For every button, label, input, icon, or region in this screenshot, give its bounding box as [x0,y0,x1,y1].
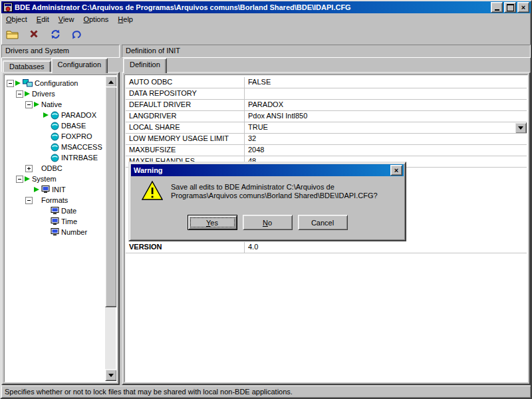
window-controls: × [491,2,529,13]
property-row-maxbufsize: MAXBUFSIZE 2048 [126,145,527,156]
cancel-button[interactable]: Cancel [298,215,348,230]
menu-options[interactable]: Options [78,14,113,25]
tab-configuration[interactable]: Configuration [51,58,108,73]
item-icon [51,217,59,225]
collapse-icon[interactable] [16,176,23,183]
collapse-icon[interactable] [25,197,33,204]
collapse-icon[interactable] [7,80,14,87]
arrow-down-icon [108,374,114,377]
dialog-close-button[interactable]: × [390,165,402,176]
tree-item-drivers[interactable]: Drivers [5,88,105,99]
property-row-local-share: LOCAL SHARE TRUE [126,122,527,134]
arrow-up-icon [108,80,114,84]
property-name: DEFAULT DRIVER [126,100,245,110]
menu-object[interactable]: Object [1,14,32,25]
close-icon: × [521,4,525,11]
tree-item-label: Configuration [35,78,78,88]
collapse-icon[interactable] [25,101,33,108]
tree-item-native[interactable]: Native [5,99,105,110]
combobox-value: TRUE [248,123,268,131]
tree-item-time[interactable]: Time [5,216,105,227]
title-bar[interactable]: BDE Administrator C:\Arquivos de Program… [1,1,531,13]
scrollbar-thumb[interactable] [105,86,117,307]
bde-administrator-window: BDE Administrator C:\Arquivos de Program… [0,0,532,399]
maximize-button[interactable] [504,2,516,13]
window-title: BDE Administrator C:\Arquivos de Program… [15,3,488,11]
tree-item-foxpro[interactable]: FOXPRO [5,131,105,142]
tree-item-label: PARADOX [61,110,96,120]
apply-button[interactable] [47,27,64,43]
delete-button[interactable] [25,27,43,43]
tree-item-dbase[interactable]: DBASE [5,120,105,131]
tree-item-intrbase[interactable]: INTRBASE [5,152,105,163]
scroll-down-button[interactable] [105,369,117,381]
driver-icon [51,111,59,120]
tree-item-system[interactable]: System [5,174,105,184]
collapse-icon[interactable] [16,90,23,98]
tree-item-label: Date [61,206,76,216]
revert-button[interactable] [68,27,85,43]
dialog-title-bar[interactable]: Warning × [131,164,404,176]
folder-open-icon [6,29,19,41]
property-value[interactable] [245,88,527,99]
tree-item-formats[interactable]: Formats [5,195,105,205]
property-value[interactable]: Pdox ANSI Intl850 [245,111,527,122]
property-value[interactable]: 2048 [245,145,527,156]
property-value-combobox[interactable]: TRUE [245,122,527,133]
tree-item-label: System [32,174,57,184]
selected-path-arrow-icon [25,91,30,96]
tree-scrollbar[interactable] [105,76,116,381]
property-value[interactable]: 32 [245,134,527,144]
open-button[interactable] [4,27,21,43]
yes-button[interactable]: Yes [188,215,237,230]
property-name: VERSION [126,242,245,253]
expand-icon[interactable] [25,165,33,172]
tab-definition[interactable]: Definition [123,58,167,73]
property-value[interactable]: PARADOX [245,100,527,110]
tree-item-label: MSACCESS [61,142,102,152]
configuration-icon [23,79,33,87]
tree-item-label: ODBC [41,164,63,174]
tree-item-paradox[interactable]: PARADOX [5,110,105,120]
property-row-langdriver: LANGDRIVER Pdox ANSI Intl850 [126,111,527,122]
property-name: DATA REPOSITORY [126,88,245,99]
tree-item-odbc[interactable]: ODBC [5,163,105,174]
right-pane-header: Definition of INIT [122,45,531,58]
close-button[interactable]: × [517,2,529,13]
property-row-data-repository: DATA REPOSITORY [126,88,527,100]
maximize-icon [507,4,514,11]
property-value[interactable]: FALSE [245,77,527,88]
dialog-message: Save all edits to BDE Administrator C:\A… [171,183,396,200]
tree-item-number[interactable]: Number [5,227,105,237]
app-icon [3,3,13,12]
close-icon: × [394,167,398,174]
menu-help[interactable]: Help [113,14,138,25]
tree-panel: Configuration Drivers Native [4,74,117,382]
warning-icon [142,180,163,201]
property-name: LOW MEMORY USAGE LIMIT [126,134,245,144]
tree-item-configuration[interactable]: Configuration [5,78,105,88]
property-row-low-memory-usage-limit: LOW MEMORY USAGE LIMIT 32 [126,134,527,145]
tab-databases[interactable]: Databases [3,61,51,72]
property-row-default-driver: DEFAULT DRIVER PARADOX [126,100,527,111]
item-icon [41,186,50,194]
tree-item-label: INIT [52,185,66,195]
minimize-icon [495,9,499,11]
menu-view[interactable]: View [54,14,79,25]
dropdown-button[interactable] [515,122,527,133]
tree-item-label: INTRBASE [61,153,98,163]
tree-item-msaccess[interactable]: MSACCESS [5,142,105,152]
driver-icon [51,154,59,162]
tree-item-label: Time [61,217,77,227]
tree-item-date[interactable]: Date [5,205,105,216]
item-icon [51,207,59,215]
minimize-button[interactable] [491,2,503,13]
property-name: MAXBUFSIZE [126,145,245,156]
tree-item-label: Drivers [32,89,55,99]
tree-item-label: FOXPRO [61,132,92,142]
no-button[interactable]: No [243,215,293,230]
property-value[interactable]: 4.0 [245,242,527,253]
tree-item-init[interactable]: INIT [5,184,105,195]
left-tab-strip: Databases Configuration [1,59,120,72]
menu-edit[interactable]: Edit [32,14,54,25]
